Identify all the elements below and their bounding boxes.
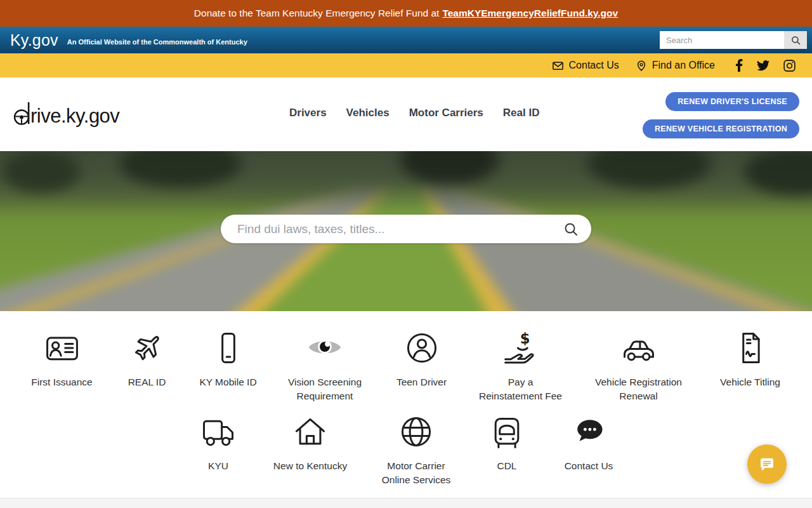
find-an-office-label: Find an Office <box>652 60 715 71</box>
utility-bar: Contact Us Find an Office <box>0 53 812 77</box>
donate-banner-link[interactable]: TeamKYEmergencyReliefFund.ky.gov <box>442 8 618 19</box>
quick-link-vehicle-registration-renewal[interactable]: Vehicle Registration Renewal <box>575 328 702 403</box>
footer-strip <box>0 498 812 508</box>
quick-link-label: REAL ID <box>128 375 166 389</box>
kygov-logo[interactable]: Ky.gov <box>10 31 58 50</box>
main-nav: Drivers Vehicles Motor Carriers Real ID <box>289 107 539 119</box>
quick-link-vision-screening[interactable]: Vision Screening Requirement <box>273 328 377 403</box>
quick-link-vehicle-titling[interactable]: Vehicle Titling <box>702 328 799 389</box>
quick-link-teen-driver[interactable]: Teen Driver <box>377 328 466 389</box>
nav-real-id[interactable]: Real ID <box>503 107 540 119</box>
hero-section <box>0 151 812 311</box>
quick-link-label: Teen Driver <box>396 375 447 389</box>
car-icon <box>620 329 658 367</box>
find-an-office-link[interactable]: Find an Office <box>636 60 715 72</box>
instagram-icon[interactable] <box>783 60 796 72</box>
quick-link-label: Vehicle Titling <box>720 375 780 389</box>
chat-fab-button[interactable] <box>747 444 787 484</box>
quick-links-row-1: First Issuance REAL ID KY Mobile ID <box>0 328 812 403</box>
facebook-icon[interactable] <box>735 59 743 72</box>
contact-us-label: Contact Us <box>569 60 619 71</box>
quick-link-label: KYU <box>208 459 228 473</box>
social-links <box>735 59 796 72</box>
nav-drivers[interactable]: Drivers <box>289 107 327 119</box>
quick-link-label: CDL <box>497 459 516 473</box>
nav-vehicles[interactable]: Vehicles <box>346 107 390 119</box>
title-document-icon <box>731 329 769 367</box>
quick-link-label: Vehicle Registration Renewal <box>595 375 682 403</box>
quick-link-label: Vision Screening Requirement <box>288 375 362 403</box>
donate-banner-text: Donate to the Team Kentucky Emergency Re… <box>194 8 440 19</box>
kygov-search-input[interactable] <box>660 31 784 49</box>
person-circle-icon <box>403 329 441 367</box>
quick-link-first-issuance[interactable]: First Issuance <box>14 328 110 389</box>
id-card-icon <box>43 329 81 367</box>
quick-link-real-id[interactable]: REAL ID <box>110 328 184 389</box>
renew-drivers-license-button[interactable]: RENEW DRIVER'S LICENSE <box>665 92 799 111</box>
smartphone-icon <box>209 329 247 367</box>
svg-text:$: $ <box>520 330 530 347</box>
truck-front-icon <box>488 413 526 451</box>
quick-link-new-to-kentucky[interactable]: New to Kentucky <box>258 411 363 473</box>
drive-ky-gov-logo[interactable]: rive.ky.gov <box>13 100 119 126</box>
quick-link-label: KY Mobile ID <box>199 375 256 389</box>
delivery-truck-icon <box>199 413 237 451</box>
logo-text: rive.ky.gov <box>30 106 119 126</box>
chat-bubble-icon <box>570 413 608 451</box>
quick-links-row-2: KYU New to Kentucky Motor Carrier Online… <box>0 411 812 486</box>
quick-link-motor-carrier-online-services[interactable]: Motor Carrier Online Services <box>363 411 469 486</box>
quick-link-cdl[interactable]: CDL <box>469 411 544 473</box>
kygov-bar: Ky.gov An Official Website of the Common… <box>0 27 812 53</box>
chat-icon <box>758 455 776 473</box>
quick-link-contact-us[interactable]: Contact Us <box>544 411 633 473</box>
renew-vehicle-registration-button[interactable]: RENEW VEHICLE REGISTRATION <box>643 119 799 138</box>
envelope-icon <box>552 60 564 72</box>
quick-link-label: Pay a Reinstatement Fee <box>479 375 562 403</box>
kygov-search-button[interactable] <box>784 31 807 49</box>
kygov-tagline: An Official Website of the Commonwealth … <box>67 38 247 46</box>
quick-link-label: Motor Carrier Online Services <box>382 459 451 486</box>
donate-banner: Donate to the Team Kentucky Emergency Re… <box>0 0 812 27</box>
search-icon <box>563 222 579 237</box>
house-icon <box>291 413 329 451</box>
airplane-icon <box>128 329 166 367</box>
hero-search-input[interactable] <box>221 222 560 236</box>
globe-icon <box>397 413 435 451</box>
search-icon <box>791 36 801 45</box>
twitter-icon[interactable] <box>757 60 769 71</box>
kygov-search <box>660 31 807 49</box>
nav-motor-carriers[interactable]: Motor Carriers <box>409 107 483 119</box>
quick-link-pay-reinstatement-fee[interactable]: $ Pay a Reinstatement Fee <box>466 328 575 403</box>
hand-dollar-icon: $ <box>502 329 540 367</box>
header-actions: RENEW DRIVER'S LICENSE RENEW VEHICLE REG… <box>643 92 799 138</box>
site-header: rive.ky.gov Drivers Vehicles Motor Carri… <box>0 77 812 151</box>
eye-icon <box>306 329 344 367</box>
quick-link-label: First Issuance <box>31 375 92 389</box>
hero-search-bar <box>221 215 591 243</box>
quick-link-label: Contact Us <box>565 459 613 473</box>
quick-link-ky-mobile-id[interactable]: KY Mobile ID <box>184 328 273 389</box>
quick-links-section: First Issuance REAL ID KY Mobile ID <box>0 311 812 487</box>
quick-link-label: New to Kentucky <box>273 459 347 473</box>
hero-search-button[interactable] <box>560 222 591 237</box>
quick-link-kyu[interactable]: KYU <box>179 411 258 473</box>
map-pin-icon <box>636 60 647 72</box>
steering-wheel-icon <box>13 100 32 126</box>
contact-us-link[interactable]: Contact Us <box>552 60 619 72</box>
